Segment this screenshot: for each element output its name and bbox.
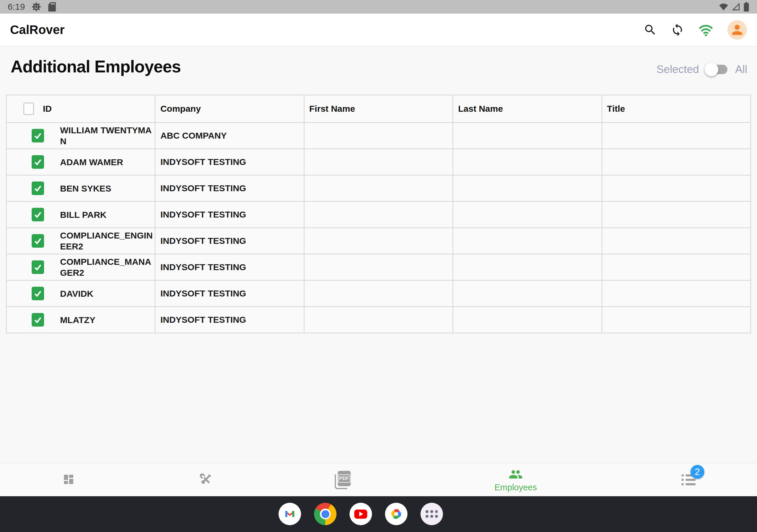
table-row-first-name-cell xyxy=(305,254,452,280)
table-row-company-cell: INDYSOFT TESTING xyxy=(156,307,303,333)
youtube-app-icon[interactable] xyxy=(349,503,372,525)
google-photos-app-icon[interactable] xyxy=(385,503,408,525)
wifi-icon xyxy=(718,2,729,11)
table-row-company-cell: INDYSOFT TESTING xyxy=(156,202,303,227)
nav-item-dashboard[interactable] xyxy=(0,463,137,496)
employee-company: INDYSOFT TESTING xyxy=(160,157,246,167)
app-title: CalRover xyxy=(10,23,65,37)
table-row-company-cell: INDYSOFT TESTING xyxy=(156,176,303,201)
android-setup-icon xyxy=(31,2,42,12)
nav-item-pdf[interactable]: PDF xyxy=(274,463,411,496)
employees-icon xyxy=(509,467,523,480)
table-row-first-name-cell xyxy=(305,307,452,333)
nav-item-employees[interactable]: Employees xyxy=(411,463,620,496)
row-checkbox-checked[interactable] xyxy=(32,260,44,274)
chrome-app-icon[interactable] xyxy=(314,503,337,525)
table-row-title-cell xyxy=(602,202,750,227)
table-row-title-cell xyxy=(602,176,750,201)
table-row-title-cell xyxy=(602,123,750,148)
table-row-title-cell xyxy=(602,149,750,175)
pdf-icon-text: PDF xyxy=(338,474,350,483)
table-row-id-cell: DAVIDK xyxy=(7,281,155,306)
row-checkbox-checked[interactable] xyxy=(32,182,44,195)
status-bar: 6:19 xyxy=(0,0,757,14)
employee-id: DAVIDK xyxy=(60,288,93,299)
employee-id: WILLIAM TWENTYMAN xyxy=(60,125,155,147)
nav-item-tools[interactable] xyxy=(137,463,274,496)
column-header: First Name xyxy=(309,104,355,114)
selected-all-switch[interactable] xyxy=(707,65,727,74)
table-row-id-cell: COMPLIANCE_MANAGER2 xyxy=(7,254,155,280)
table-row-last-name-cell xyxy=(453,149,601,175)
sync-icon[interactable] xyxy=(671,23,684,37)
column-header: Last Name xyxy=(458,104,503,114)
selected-all-toggle-group: Selected All xyxy=(656,63,747,76)
table-row-company-cell: ABC COMPANY xyxy=(156,123,303,148)
switch-thumb[interactable] xyxy=(705,63,718,76)
column-header: Title xyxy=(607,104,625,114)
table-row-title-cell xyxy=(602,281,750,306)
table-row-id-cell: ADAM WAMER xyxy=(7,149,155,175)
employee-id: COMPLIANCE_MANAGER2 xyxy=(60,256,155,278)
battery-icon xyxy=(743,2,749,12)
row-checkbox-checked[interactable] xyxy=(32,129,44,142)
sd-card-icon xyxy=(48,2,56,12)
table-row-last-name-cell xyxy=(453,123,601,148)
table-row-last-name-cell xyxy=(453,254,601,280)
row-checkbox-checked[interactable] xyxy=(32,234,44,248)
table-row-last-name-cell xyxy=(453,307,601,333)
app-drawer-icon[interactable] xyxy=(420,503,443,525)
employee-company: INDYSOFT TESTING xyxy=(160,315,246,325)
row-checkbox-checked[interactable] xyxy=(32,155,44,169)
employee-id: ADAM WAMER xyxy=(60,157,123,167)
employee-id: BEN SYKES xyxy=(60,183,111,194)
employee-company: INDYSOFT TESTING xyxy=(160,262,246,272)
table-header-id: ID xyxy=(7,96,155,122)
search-icon[interactable] xyxy=(644,23,657,37)
column-header: ID xyxy=(43,104,52,114)
table-row-company-cell: INDYSOFT TESTING xyxy=(156,149,303,175)
employee-id: MLATZY xyxy=(60,314,95,325)
table-row-id-cell: BEN SYKES xyxy=(7,176,155,201)
dock xyxy=(0,496,757,532)
row-checkbox-checked[interactable] xyxy=(32,313,44,327)
employee-company: INDYSOFT TESTING xyxy=(160,210,246,220)
employee-company: ABC COMPANY xyxy=(160,131,227,141)
employee-company: INDYSOFT TESTING xyxy=(160,183,246,193)
table-row-first-name-cell xyxy=(305,281,452,306)
table-row-id-cell: WILLIAM TWENTYMAN xyxy=(7,123,155,148)
pdf-icon: PDF xyxy=(335,471,351,489)
gmail-app-icon[interactable] xyxy=(279,503,301,525)
toggle-left-label: Selected xyxy=(656,63,699,76)
table-row-id-cell: COMPLIANCE_ENGINEER2 xyxy=(7,228,155,253)
table-row-title-cell xyxy=(602,228,750,253)
notification-badge: 2 xyxy=(690,465,704,479)
table-row-company-cell: INDYSOFT TESTING xyxy=(156,228,303,253)
account-avatar[interactable] xyxy=(727,20,747,40)
table-row-title-cell xyxy=(602,254,750,280)
dashboard-icon xyxy=(62,473,75,487)
wifi-status-icon[interactable] xyxy=(698,23,714,37)
bottom-navigation: PDF Employees 2 xyxy=(0,463,757,496)
cell-signal-icon xyxy=(732,2,741,11)
select-all-checkbox[interactable] xyxy=(23,103,34,115)
row-checkbox-checked[interactable] xyxy=(32,287,44,300)
table-row-title-cell xyxy=(602,307,750,333)
table-header-first-name: First Name xyxy=(305,96,452,122)
row-checkbox-checked[interactable] xyxy=(32,208,44,222)
table-header-company: Company xyxy=(156,96,303,122)
table-row-first-name-cell xyxy=(305,149,452,175)
page-title: Additional Employees xyxy=(11,57,181,76)
employee-id: BILL PARK xyxy=(60,209,106,220)
table-row-company-cell: INDYSOFT TESTING xyxy=(156,254,303,280)
android-screen: 6:19 xyxy=(0,0,757,532)
app-bar: CalRover xyxy=(0,14,757,47)
tools-icon xyxy=(199,473,213,488)
table-row-id-cell: MLATZY xyxy=(7,307,155,333)
column-header: Company xyxy=(160,104,201,114)
table-row-id-cell: BILL PARK xyxy=(7,202,155,227)
table-row-first-name-cell xyxy=(305,123,452,148)
table-row-first-name-cell xyxy=(305,202,452,227)
nav-item-task-list[interactable]: 2 xyxy=(620,463,757,496)
table-row-last-name-cell xyxy=(453,228,601,253)
